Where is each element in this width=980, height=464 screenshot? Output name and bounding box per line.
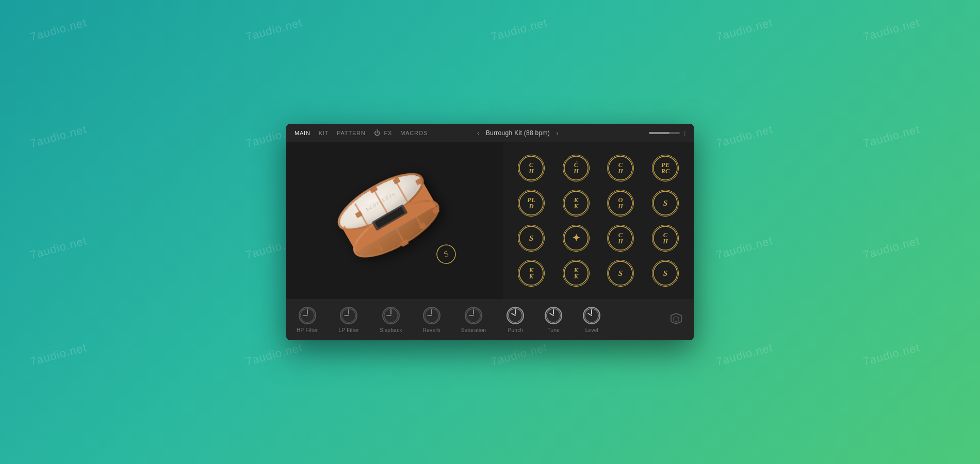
svg-text:D: D bbox=[529, 203, 534, 210]
svg-text:H: H bbox=[662, 238, 668, 245]
main-content: REDIXENTS bbox=[286, 142, 694, 299]
nav-right: | bbox=[649, 130, 685, 136]
knob-label-slapback: Slapback bbox=[380, 327, 402, 333]
instrument-cell-8[interactable]: S bbox=[511, 223, 552, 254]
knob-label-punch: Punch bbox=[508, 327, 523, 333]
drum-area: REDIXENTS bbox=[286, 142, 503, 299]
svg-text:S: S bbox=[663, 269, 667, 277]
knob-label-level: Level bbox=[585, 327, 598, 333]
next-arrow[interactable]: › bbox=[556, 129, 559, 137]
knob-control-saturation: Saturation bbox=[461, 307, 486, 333]
nav-item-kit[interactable]: KIT bbox=[319, 130, 329, 136]
svg-text:H: H bbox=[617, 168, 624, 175]
knob-label-tune: Tune bbox=[548, 327, 560, 333]
progress-bar-fill bbox=[649, 132, 669, 134]
nav-item-fx[interactable]: FX bbox=[384, 130, 393, 136]
knob-punch[interactable] bbox=[507, 307, 524, 324]
knob-label-reverb: Reverb bbox=[423, 327, 440, 333]
svg-text:H: H bbox=[617, 238, 624, 245]
knob-reverb[interactable] bbox=[423, 307, 440, 324]
svg-text:S: S bbox=[529, 234, 534, 242]
svg-text:H: H bbox=[617, 203, 624, 210]
instrument-cell-0[interactable]: CH bbox=[511, 153, 552, 184]
knob-control-reverb: Reverb bbox=[423, 307, 440, 333]
knob-control-hp-filter: HP Filter bbox=[297, 307, 318, 333]
progress-bar bbox=[649, 132, 680, 134]
instrument-cell-5[interactable]: KK bbox=[556, 188, 597, 219]
knob-control-tune: Tune bbox=[545, 307, 562, 333]
svg-text:K: K bbox=[529, 273, 534, 280]
nav-item-main[interactable]: MAIN bbox=[295, 130, 311, 136]
knob-lp-filter[interactable] bbox=[340, 307, 357, 324]
svg-text:RC: RC bbox=[660, 168, 669, 175]
svg-text:S: S bbox=[663, 198, 667, 207]
instrument-cell-1[interactable]: ĊH bbox=[556, 153, 597, 184]
svg-text:H: H bbox=[573, 168, 579, 175]
instrument-cell-2[interactable]: CH bbox=[600, 153, 641, 184]
knob-saturation[interactable] bbox=[465, 307, 482, 324]
plugin-window: MAINKITPATTERN⏻FXMACROS ‹ Burrough Kit (… bbox=[286, 124, 694, 340]
nav-item-pattern[interactable]: PATTERN bbox=[337, 130, 365, 136]
instrument-cell-10[interactable]: CH bbox=[600, 223, 641, 254]
bottom-controls: HP FilterLP FilterSlapbackReverbSaturati… bbox=[286, 299, 694, 340]
svg-text:S: S bbox=[442, 249, 450, 259]
instrument-cell-6[interactable]: OH bbox=[600, 188, 641, 219]
instrument-cell-15[interactable]: S bbox=[645, 258, 686, 289]
drum-svg: REDIXENTS bbox=[312, 151, 477, 290]
power-icon[interactable]: ⏻ bbox=[374, 129, 380, 137]
nav-center: ‹ Burrough Kit (88 bpm) › bbox=[477, 129, 559, 137]
knob-hp-filter[interactable] bbox=[299, 307, 316, 324]
instrument-cell-13[interactable]: KK bbox=[556, 258, 597, 289]
nav-item-macros[interactable]: MACROS bbox=[400, 130, 428, 136]
knob-slapback[interactable] bbox=[382, 307, 400, 324]
svg-text:✦: ✦ bbox=[572, 233, 580, 243]
brand-mark bbox=[669, 311, 683, 328]
instrument-cell-4[interactable]: PLD bbox=[511, 188, 552, 219]
knob-control-punch: Punch bbox=[507, 307, 524, 333]
svg-text:S: S bbox=[618, 269, 623, 277]
instrument-cell-12[interactable]: KK bbox=[511, 258, 552, 289]
svg-text:K: K bbox=[574, 273, 579, 280]
instrument-cell-14[interactable]: S bbox=[600, 258, 641, 289]
svg-text:K: K bbox=[574, 203, 579, 210]
nav-title: Burrough Kit (88 bpm) bbox=[486, 129, 550, 137]
top-nav: MAINKITPATTERN⏻FXMACROS ‹ Burrough Kit (… bbox=[286, 124, 694, 142]
knob-level[interactable] bbox=[583, 307, 600, 324]
instrument-cell-11[interactable]: CH bbox=[645, 223, 686, 254]
instrument-cell-9[interactable]: ✦ bbox=[556, 223, 597, 254]
instrument-cell-3[interactable]: PERC bbox=[645, 153, 686, 184]
knob-tune[interactable] bbox=[545, 307, 562, 324]
instrument-grid: CHĊHCHPERCPLDKKOHSS✦CHCHKKKKSS bbox=[503, 142, 694, 299]
knob-control-slapback: Slapback bbox=[380, 307, 402, 333]
knob-label-saturation: Saturation bbox=[461, 327, 486, 333]
nav-dots: | bbox=[684, 130, 685, 136]
prev-arrow[interactable]: ‹ bbox=[477, 129, 480, 137]
knob-control-lp-filter: LP Filter bbox=[338, 307, 359, 333]
knob-label-hp-filter: HP Filter bbox=[297, 327, 318, 333]
svg-text:H: H bbox=[528, 168, 534, 175]
instrument-cell-7[interactable]: S bbox=[645, 188, 686, 219]
knob-control-level: Level bbox=[583, 307, 600, 333]
knob-label-lp-filter: LP Filter bbox=[338, 327, 359, 333]
